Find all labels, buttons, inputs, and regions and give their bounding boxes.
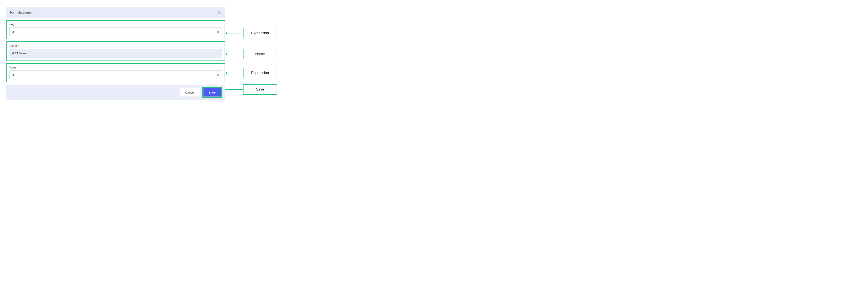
annotation-key: Expression: [243, 28, 277, 38]
close-icon[interactable]: [217, 10, 221, 14]
annotation-row-name: Name: [225, 49, 277, 59]
key-input[interactable]: [9, 28, 222, 36]
value-input[interactable]: [9, 70, 222, 79]
clear-icon[interactable]: [216, 30, 220, 34]
arrow-icon: [225, 72, 243, 74]
arrow-icon: [225, 53, 243, 55]
key-label: Key *: [9, 23, 16, 26]
required-star: *: [17, 66, 19, 69]
save-button[interactable]: Save: [204, 89, 221, 97]
key-field-block: Key *: [6, 20, 225, 39]
dialog-footer: Cancel Save: [6, 85, 225, 100]
value-field-block: Value *: [6, 63, 225, 82]
value-label: Value *: [9, 66, 19, 69]
arrow-icon: [225, 89, 243, 91]
dialog-title: Formula Element: [10, 11, 34, 14]
formula-element-dialog: Formula Element Key * Name *: [6, 7, 225, 100]
dialog-header: Formula Element: [6, 7, 225, 18]
annotation-name: Name: [243, 49, 277, 59]
name-field-block: Name *: [6, 41, 225, 61]
annotations-column: Expression Name Expression Save: [225, 7, 277, 95]
required-star: *: [14, 23, 16, 26]
save-highlight: Save: [202, 87, 222, 98]
annotation-row-save: Save: [225, 84, 277, 95]
annotation-row-value: Expression: [225, 68, 277, 78]
clear-icon[interactable]: [216, 73, 220, 77]
annotation-row-key: Expression: [225, 28, 277, 38]
required-star: *: [17, 44, 19, 47]
name-input[interactable]: [9, 49, 222, 58]
annotation-value: Expression: [243, 68, 277, 78]
arrow-icon: [225, 32, 243, 34]
annotation-save: Save: [243, 84, 277, 95]
cancel-button[interactable]: Cancel: [180, 88, 200, 97]
name-label: Name *: [9, 44, 19, 47]
